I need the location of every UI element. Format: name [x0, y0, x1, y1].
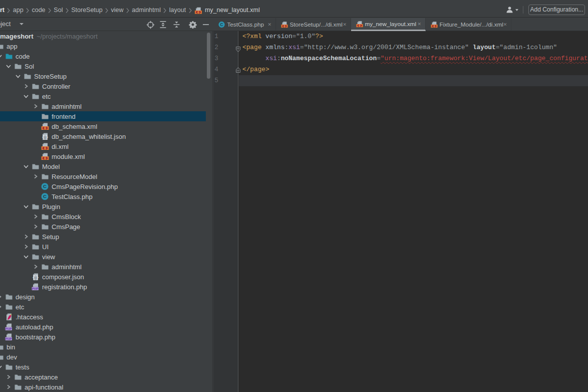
svg-text:PHP: PHP — [6, 327, 12, 330]
svg-text:C: C — [43, 183, 47, 189]
svg-text:PHP: PHP — [32, 287, 39, 290]
svg-text:{}: {} — [42, 134, 48, 140]
svg-text:C: C — [43, 193, 47, 199]
svg-text:PHP: PHP — [6, 337, 12, 340]
svg-text:{}: {} — [32, 275, 39, 281]
svg-text:C: C — [220, 22, 223, 27]
